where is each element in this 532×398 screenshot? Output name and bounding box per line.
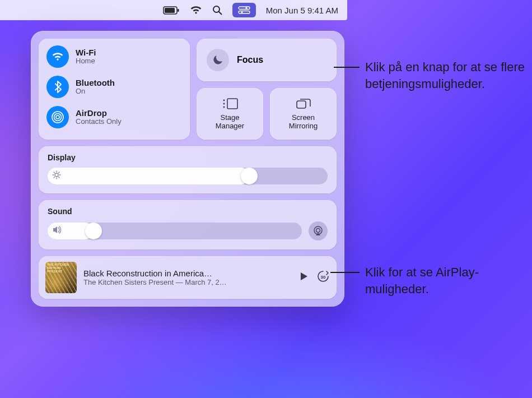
svg-line-22 <box>54 172 55 173</box>
skip-30-button[interactable]: 30 <box>316 270 330 285</box>
wifi-sub: Home <box>76 57 96 66</box>
svg-point-14 <box>223 103 225 105</box>
callout-focus: Klik på en knap for at se flere betjenin… <box>365 59 532 92</box>
bluetooth-title: Bluetooth <box>76 78 115 87</box>
airdrop-title: AirDrop <box>76 108 122 118</box>
menubar-datetime[interactable]: Mon Jun 5 9:41 AM <box>266 6 338 15</box>
stage-manager-icon <box>222 97 239 110</box>
control-center-icon[interactable] <box>232 3 256 17</box>
svg-rect-16 <box>297 101 306 108</box>
callout-airplay-text: Klik for at se AirPlay-muligheder. <box>365 265 479 296</box>
play-button[interactable] <box>298 271 309 284</box>
svg-point-10 <box>54 114 62 121</box>
menubar: Mon Jun 5 9:41 AM <box>0 0 347 20</box>
control-center-panel: Wi-Fi Home Bluetooth On AirDrop <box>31 31 344 307</box>
airdrop-toggle[interactable]: AirDrop Contacts Only <box>46 106 182 128</box>
stage-label-1: Stage <box>221 113 240 122</box>
airdrop-sub: Contacts Only <box>76 118 122 126</box>
moon-icon <box>207 49 229 71</box>
now-playing-tile[interactable]: THE KITCHEN SISTERS PRESENT Black Recons… <box>39 256 337 299</box>
svg-line-4 <box>219 12 222 15</box>
svg-rect-2 <box>178 9 179 12</box>
now-playing-subtitle: The Kitchen Sisters Present — March 7, 2… <box>83 278 292 286</box>
battery-icon[interactable] <box>163 6 180 15</box>
svg-line-25 <box>59 172 60 173</box>
display-head: Display <box>48 153 328 162</box>
mirror-label-1: Screen <box>292 113 315 122</box>
svg-line-24 <box>54 177 55 178</box>
display-tile: Display <box>39 146 337 193</box>
svg-point-15 <box>223 107 225 108</box>
connectivity-tile: Wi-Fi Home Bluetooth On AirDrop <box>39 39 190 140</box>
brightness-icon <box>52 170 61 182</box>
svg-point-6 <box>245 7 247 9</box>
sound-head: Sound <box>48 207 328 216</box>
focus-title: Focus <box>237 55 263 65</box>
display-slider[interactable] <box>48 168 328 184</box>
volume-icon <box>52 225 62 237</box>
artwork-caption: THE KITCHEN SISTERS PRESENT <box>47 263 75 273</box>
focus-button[interactable]: Focus <box>197 39 337 81</box>
callout-airplay: Klik for at se AirPlay-muligheder. <box>365 264 522 297</box>
svg-line-23 <box>59 177 60 178</box>
svg-text:30: 30 <box>321 275 326 280</box>
spotlight-icon[interactable] <box>212 5 222 15</box>
stage-label-2: Manager <box>216 122 244 130</box>
sound-tile: Sound <box>39 200 337 249</box>
svg-rect-1 <box>165 8 175 13</box>
sound-slider[interactable] <box>48 223 302 239</box>
mirror-label-2: Mirroring <box>289 122 318 130</box>
svg-rect-5 <box>239 7 250 10</box>
screen-mirroring-icon <box>295 97 312 110</box>
wifi-icon[interactable] <box>190 6 202 15</box>
bluetooth-icon <box>46 76 69 98</box>
svg-rect-7 <box>239 11 250 14</box>
screen-mirroring-button[interactable]: ScreenMirroring <box>270 88 337 140</box>
wifi-title: Wi-Fi <box>76 48 96 57</box>
now-playing-artwork: THE KITCHEN SISTERS PRESENT <box>45 262 77 293</box>
callout-focus-text: Klik på en knap for at se flere betjenin… <box>365 60 525 91</box>
airdrop-icon <box>46 106 69 128</box>
svg-point-9 <box>56 115 59 119</box>
svg-point-27 <box>316 229 320 233</box>
wifi-toggle[interactable]: Wi-Fi Home <box>46 45 182 68</box>
now-playing-title: Black Reconstruction in America… <box>83 269 292 278</box>
wifi-icon <box>46 45 69 68</box>
svg-point-13 <box>223 100 225 101</box>
airplay-icon <box>312 225 324 237</box>
svg-point-17 <box>55 173 58 177</box>
airplay-audio-button[interactable] <box>309 221 328 240</box>
svg-point-8 <box>241 11 242 13</box>
svg-rect-12 <box>227 99 237 109</box>
stage-manager-button[interactable]: StageManager <box>197 88 263 140</box>
bluetooth-toggle[interactable]: Bluetooth On <box>46 76 182 98</box>
bluetooth-sub: On <box>76 87 115 96</box>
